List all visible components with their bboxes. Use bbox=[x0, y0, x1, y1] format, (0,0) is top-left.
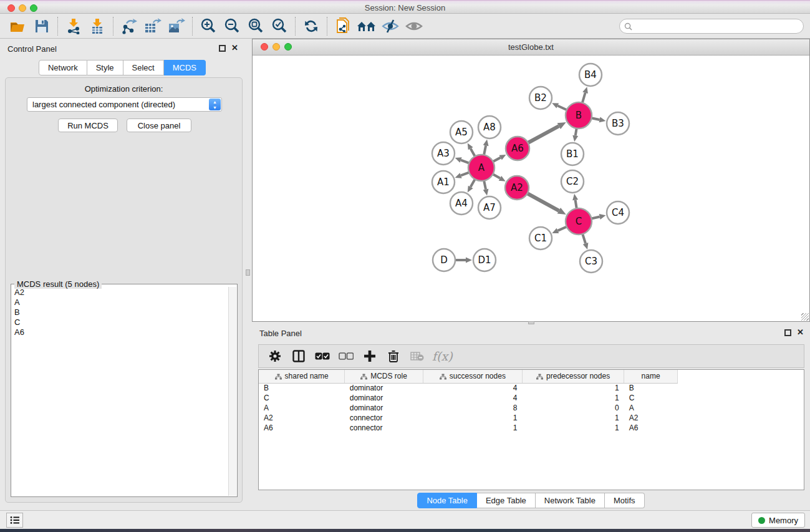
export-network-button[interactable] bbox=[117, 16, 141, 37]
search-box[interactable] bbox=[619, 19, 804, 34]
search-input[interactable] bbox=[635, 22, 803, 31]
tab-network[interactable]: Network bbox=[39, 60, 87, 75]
table-cell[interactable]: 1 bbox=[423, 423, 522, 433]
refresh-layout-button[interactable] bbox=[299, 16, 323, 37]
create-column-button[interactable] bbox=[360, 347, 380, 365]
table-cell[interactable]: 1 bbox=[522, 393, 624, 403]
new-network-from-selection-button[interactable] bbox=[331, 16, 355, 37]
zoom-selected-button[interactable] bbox=[268, 16, 291, 37]
table-cell[interactable]: 4 bbox=[423, 383, 522, 393]
zoom-in-icon bbox=[200, 18, 216, 34]
network-resize-grip[interactable] bbox=[801, 313, 809, 321]
table-cell[interactable]: A2 bbox=[624, 413, 678, 423]
memory-button[interactable]: Memory bbox=[751, 513, 805, 528]
hide-panel-button[interactable] bbox=[378, 16, 402, 37]
deselect-all-columns-button[interactable] bbox=[336, 347, 356, 365]
table-cell[interactable]: connector bbox=[345, 423, 423, 433]
select-all-columns-button[interactable] bbox=[312, 347, 332, 365]
table-cell[interactable]: 1 bbox=[522, 413, 624, 423]
checked-boxes-icon bbox=[315, 352, 330, 360]
table-cell[interactable]: 1 bbox=[522, 383, 624, 393]
mcds-result-item[interactable]: A6 bbox=[12, 327, 228, 337]
tab-select[interactable]: Select bbox=[123, 60, 164, 75]
toolbar-separator bbox=[192, 17, 193, 36]
table-cell[interactable]: 0 bbox=[522, 403, 624, 413]
float-panel-icon[interactable] bbox=[784, 329, 791, 336]
run-mcds-button[interactable]: Run MCDS bbox=[58, 118, 118, 132]
node-table[interactable]: shared nameMCDS rolesuccessor nodesprede… bbox=[258, 369, 804, 490]
export-image-icon bbox=[168, 18, 185, 34]
table-row[interactable]: A6connector11A6 bbox=[259, 423, 678, 433]
table-row[interactable]: A2connector11A2 bbox=[259, 413, 678, 423]
network-view-window: testGlobe.txt AA1A2A3A4A5A6A7A8BB1B2B3B4… bbox=[252, 39, 810, 322]
mcds-result-item[interactable]: C bbox=[12, 317, 228, 327]
column-header-name[interactable]: name bbox=[624, 370, 678, 383]
float-panel-icon[interactable] bbox=[219, 45, 226, 52]
task-history-button[interactable] bbox=[6, 513, 23, 528]
table-row[interactable]: Cdominator41C bbox=[259, 393, 678, 403]
split-panel-button[interactable] bbox=[289, 347, 309, 365]
mcds-result-item[interactable]: B bbox=[12, 307, 228, 317]
zoom-fit-icon bbox=[248, 18, 264, 34]
table-cell[interactable]: A6 bbox=[259, 423, 345, 433]
table-cell[interactable]: dominator bbox=[345, 393, 423, 403]
table-cell[interactable]: 1 bbox=[522, 423, 624, 433]
tab-motifs[interactable]: Motifs bbox=[605, 493, 645, 508]
node-label-D: D bbox=[440, 254, 448, 266]
vertical-splitter[interactable] bbox=[244, 39, 252, 510]
table-row[interactable]: Adominator80A bbox=[259, 403, 678, 413]
network-window-titlebar[interactable]: testGlobe.txt bbox=[253, 39, 809, 56]
table-cell[interactable]: B bbox=[624, 383, 678, 393]
show-panel-button[interactable] bbox=[402, 16, 426, 37]
delete-table-button-disabled bbox=[407, 347, 427, 365]
network-graph[interactable]: AA1A2A3A4A5A6A7A8BB1B2B3B4CC1C2C3C4DD1 bbox=[253, 56, 810, 321]
optimization-criterion-select[interactable]: largest connected component (directed) ▲… bbox=[27, 97, 222, 112]
column-header-MCDS-role[interactable]: MCDS role bbox=[345, 370, 423, 383]
table-cell[interactable]: A bbox=[624, 403, 678, 413]
column-header-label: shared name bbox=[285, 372, 329, 380]
import-network-button[interactable] bbox=[62, 16, 85, 37]
tab-node-table[interactable]: Node Table bbox=[417, 493, 477, 508]
network-document-icon bbox=[335, 17, 351, 35]
table-cell[interactable]: B bbox=[259, 383, 345, 393]
table-cell[interactable]: 1 bbox=[423, 413, 522, 423]
open-file-button[interactable] bbox=[6, 16, 30, 37]
tab-mcds[interactable]: MCDS bbox=[164, 60, 206, 75]
splitter-grip[interactable] bbox=[246, 269, 250, 276]
table-cell[interactable]: 4 bbox=[423, 393, 522, 403]
mcds-result-scrollbar[interactable] bbox=[228, 287, 236, 496]
close-panel-button[interactable]: Close panel bbox=[127, 118, 191, 132]
column-header-successor-nodes[interactable]: successor nodes bbox=[423, 370, 522, 383]
toolbar-separator bbox=[327, 17, 327, 36]
table-cell[interactable]: C bbox=[259, 393, 345, 403]
export-table-button[interactable] bbox=[141, 16, 165, 37]
table-cell[interactable]: dominator bbox=[345, 383, 423, 393]
save-session-button[interactable] bbox=[30, 16, 54, 37]
tab-edge-table[interactable]: Edge Table bbox=[477, 493, 536, 508]
table-cell[interactable]: connector bbox=[345, 413, 423, 423]
zoom-in-button[interactable] bbox=[196, 16, 220, 37]
close-panel-icon[interactable]: ✕ bbox=[231, 43, 238, 52]
mcds-result-item[interactable]: A2 bbox=[12, 287, 228, 297]
tab-network-table[interactable]: Network Table bbox=[536, 493, 605, 508]
table-cell[interactable]: 8 bbox=[423, 403, 522, 413]
close-panel-icon[interactable]: ✕ bbox=[797, 327, 804, 337]
zoom-out-button[interactable] bbox=[220, 16, 244, 37]
table-settings-button[interactable] bbox=[265, 347, 285, 365]
column-header-shared-name[interactable]: shared name bbox=[259, 370, 345, 383]
import-table-button[interactable] bbox=[85, 16, 109, 37]
export-image-button[interactable] bbox=[165, 16, 188, 37]
column-header-predecessor-nodes[interactable]: predecessor nodes bbox=[522, 370, 624, 383]
delete-column-button[interactable] bbox=[383, 347, 403, 365]
mcds-result-item[interactable]: A bbox=[12, 297, 228, 307]
table-cell[interactable]: A6 bbox=[624, 423, 678, 433]
table-cell[interactable]: C bbox=[624, 393, 678, 403]
zoom-fit-button[interactable] bbox=[244, 16, 268, 37]
home-button[interactable] bbox=[355, 16, 378, 37]
table-row[interactable]: Bdominator41B bbox=[259, 383, 678, 393]
table-cell[interactable]: dominator bbox=[345, 403, 423, 413]
table-cell[interactable]: A2 bbox=[259, 413, 345, 423]
table-cell[interactable]: A bbox=[259, 403, 345, 413]
tab-style[interactable]: Style bbox=[87, 60, 123, 75]
trash-icon bbox=[388, 350, 399, 362]
